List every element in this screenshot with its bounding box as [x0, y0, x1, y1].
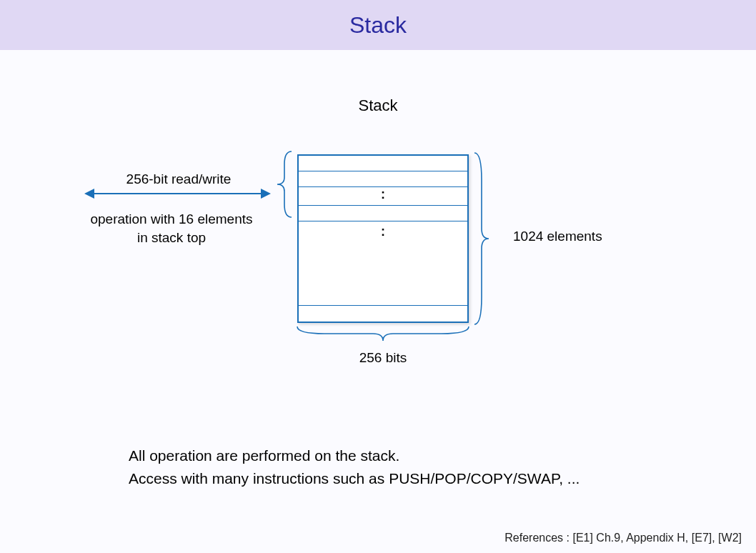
- stack-row-4: [299, 206, 467, 221]
- stack-row-ellipsis-top: :: [299, 187, 467, 206]
- description: All operation are performed on the stack…: [129, 444, 580, 489]
- slide-header: Stack: [0, 0, 756, 50]
- diagram-title: Stack: [358, 96, 397, 115]
- rw-arrow-right-icon: [261, 189, 271, 199]
- bottom-brace-icon: [296, 325, 470, 344]
- stack-row-1: [299, 156, 467, 171]
- description-line1: All operation are performed on the stack…: [129, 444, 580, 467]
- description-line2: Access with many instructions such as PU…: [129, 467, 580, 490]
- rw-label: 256-bit read/write: [93, 171, 264, 187]
- stack-row-bottom: [299, 306, 467, 322]
- rw-arrow-line: [89, 193, 267, 194]
- right-brace-icon: [473, 151, 494, 326]
- op-label-line1: operation with 16 elements: [71, 211, 272, 227]
- rw-arrow-left-icon: [84, 189, 94, 199]
- references: References : [E1] Ch.9, Appendix H, [E7]…: [504, 532, 742, 544]
- stack-row-2: [299, 171, 467, 187]
- left-brace-icon: [272, 150, 293, 219]
- stack-box: : :: [297, 154, 469, 323]
- stack-row-ellipsis-mid: :: [299, 221, 467, 306]
- slide-title: Stack: [349, 12, 407, 39]
- bits-label: 256 bits: [297, 350, 469, 366]
- elements-label: 1024 elements: [513, 229, 602, 244]
- op-label-line2: in stack top: [71, 230, 272, 246]
